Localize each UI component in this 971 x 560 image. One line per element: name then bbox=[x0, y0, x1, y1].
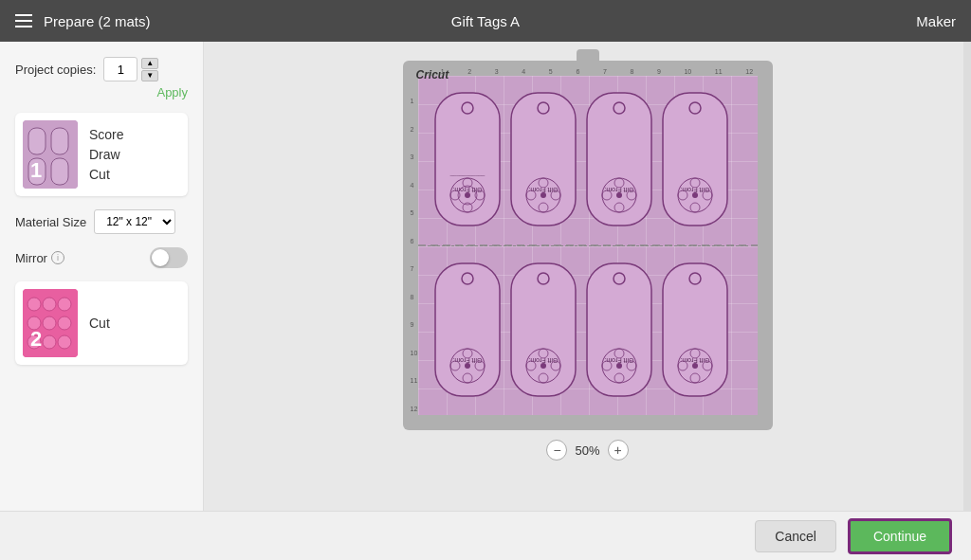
ruler-num: 2 bbox=[411, 126, 424, 133]
svg-rect-53 bbox=[435, 263, 500, 396]
svg-point-70 bbox=[540, 363, 546, 369]
ruler-num: 11 bbox=[411, 377, 424, 384]
project-copies-row: Project copies: ▲ ▼ bbox=[15, 57, 188, 81]
mirror-text: Mirror bbox=[15, 251, 47, 265]
ruler-num: 1 bbox=[441, 68, 445, 75]
svg-point-52 bbox=[692, 192, 698, 198]
ruler-num: 3 bbox=[411, 154, 424, 160]
zoom-controls: − 50% + bbox=[546, 440, 628, 461]
svg-point-43 bbox=[616, 192, 622, 198]
copies-down-btn[interactable]: ▼ bbox=[141, 70, 158, 81]
header-title: Prepare (2 mats) bbox=[44, 13, 151, 29]
mat-2-thumbnail: 2 bbox=[23, 289, 78, 357]
header-machine: Maker bbox=[916, 13, 956, 29]
ruler-num: 7 bbox=[411, 265, 424, 272]
mat-inner: Gift From: ___________ bbox=[418, 76, 758, 415]
header-left: Prepare (2 mats) bbox=[15, 13, 151, 29]
header-center-title: Gift Tags A bbox=[451, 13, 520, 29]
zoom-in-button[interactable]: + bbox=[608, 440, 629, 461]
mat-1-card: 1 ScoreDrawCut bbox=[15, 113, 188, 196]
ruler-num: 1 bbox=[411, 98, 424, 104]
zoom-level: 50% bbox=[575, 443, 599, 458]
mat-2-operations: Cut bbox=[89, 314, 110, 334]
svg-rect-26 bbox=[511, 93, 576, 226]
toggle-knob bbox=[152, 249, 169, 266]
material-size-select[interactable]: 12" x 12" 12" x 24" bbox=[94, 209, 175, 234]
continue-button[interactable]: Continue bbox=[848, 518, 952, 554]
svg-rect-15 bbox=[435, 93, 500, 226]
zoom-out-button[interactable]: − bbox=[546, 440, 567, 461]
mirror-toggle[interactable] bbox=[150, 247, 188, 268]
svg-point-25 bbox=[465, 192, 470, 198]
mat-handle bbox=[577, 49, 599, 63]
mat-2-card: 2 Cut bbox=[15, 281, 188, 365]
ruler-num: 4 bbox=[411, 182, 424, 189]
svg-rect-71 bbox=[587, 263, 651, 396]
svg-rect-80 bbox=[663, 263, 727, 396]
svg-point-34 bbox=[540, 192, 546, 198]
right-scrollbar[interactable] bbox=[963, 42, 971, 511]
svg-point-8 bbox=[58, 298, 71, 311]
footer: Cancel Continue bbox=[0, 511, 971, 560]
copies-input-group: ▲ ▼ bbox=[103, 57, 158, 81]
mat-1-number: 1 bbox=[30, 158, 42, 183]
mat-outer: Cricut 1 2 3 4 5 6 7 8 9 10 11 12 1 2 3 bbox=[403, 61, 773, 430]
mat-2-info: Cut bbox=[89, 314, 110, 334]
svg-rect-62 bbox=[511, 263, 576, 396]
svg-point-79 bbox=[616, 363, 622, 369]
material-size-label: Material Size bbox=[15, 215, 86, 229]
svg-point-11 bbox=[58, 316, 71, 330]
ruler-num: 8 bbox=[411, 294, 424, 300]
copies-up-btn[interactable]: ▲ bbox=[141, 58, 158, 69]
ruler-num: 11 bbox=[715, 68, 723, 75]
svg-rect-1 bbox=[28, 128, 46, 154]
mat-2-number: 2 bbox=[30, 327, 42, 352]
cancel-button[interactable]: Cancel bbox=[755, 520, 836, 552]
mat-1-info: ScoreDrawCut bbox=[89, 125, 124, 185]
ruler-num: 12 bbox=[745, 68, 753, 75]
ruler-num: 2 bbox=[467, 68, 471, 75]
ruler-num: 8 bbox=[630, 68, 633, 75]
mat-1-operations: ScoreDrawCut bbox=[89, 125, 124, 185]
svg-point-10 bbox=[43, 316, 56, 330]
copies-input[interactable] bbox=[103, 57, 137, 81]
svg-point-13 bbox=[43, 335, 56, 349]
ruler-num: 5 bbox=[411, 209, 424, 216]
svg-point-7 bbox=[43, 298, 56, 311]
ruler-num: 6 bbox=[576, 68, 579, 75]
ruler-num: 3 bbox=[495, 68, 499, 75]
mirror-row: Mirror i bbox=[15, 247, 188, 268]
mat-1-thumbnail: 1 bbox=[23, 120, 78, 189]
material-size-row: Material Size 12" x 12" 12" x 24" bbox=[15, 209, 188, 234]
svg-point-14 bbox=[58, 335, 71, 349]
left-panel: Project copies: ▲ ▼ Apply bbox=[0, 42, 204, 560]
ruler-num: 6 bbox=[411, 238, 424, 244]
main-content: Project copies: ▲ ▼ Apply bbox=[0, 42, 971, 560]
apply-button[interactable]: Apply bbox=[156, 85, 188, 99]
svg-point-88 bbox=[692, 363, 698, 369]
dashed-line bbox=[428, 245, 748, 246]
svg-rect-2 bbox=[51, 128, 68, 154]
copies-spinners: ▲ ▼ bbox=[141, 58, 158, 81]
ruler-num: 7 bbox=[603, 68, 607, 75]
mirror-label: Mirror i bbox=[15, 251, 64, 265]
mirror-info-icon[interactable]: i bbox=[51, 251, 64, 264]
svg-rect-44 bbox=[663, 93, 727, 226]
ruler-num: 12 bbox=[411, 406, 424, 412]
hamburger-icon[interactable] bbox=[15, 14, 32, 27]
ruler-num: 5 bbox=[549, 68, 553, 75]
copies-label: Project copies: bbox=[15, 63, 96, 77]
ruler-num: 10 bbox=[411, 350, 424, 356]
ruler-num: 9 bbox=[411, 321, 424, 328]
svg-rect-35 bbox=[587, 93, 651, 226]
svg-point-6 bbox=[27, 298, 41, 311]
center-area: Cricut 1 2 3 4 5 6 7 8 9 10 11 12 1 2 3 bbox=[204, 42, 971, 560]
ruler-top: 1 2 3 4 5 6 7 8 9 10 11 12 bbox=[430, 68, 765, 75]
svg-rect-4 bbox=[51, 158, 68, 185]
ruler-left: 1 2 3 4 5 6 7 8 9 10 11 12 bbox=[411, 87, 424, 423]
svg-point-61 bbox=[465, 363, 470, 369]
ruler-num: 10 bbox=[684, 68, 691, 75]
ruler-num: 4 bbox=[522, 68, 525, 75]
ruler-num: 9 bbox=[657, 68, 661, 75]
header: Prepare (2 mats) Gift Tags A Maker bbox=[0, 0, 971, 42]
